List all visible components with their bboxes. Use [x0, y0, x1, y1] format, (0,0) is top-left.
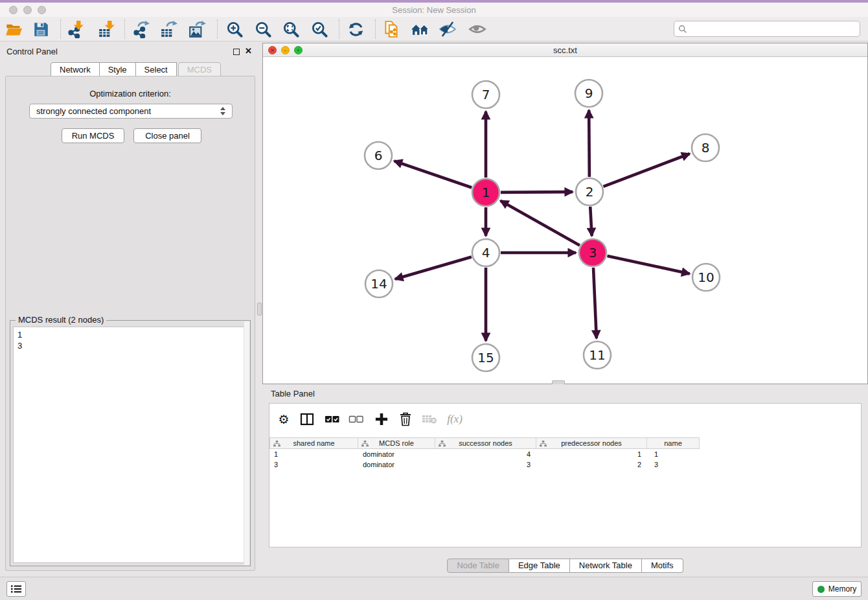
cell-predecessor-nodes[interactable]: 2 [536, 459, 647, 470]
delete-column-button[interactable] [396, 410, 415, 428]
cell-shared-name[interactable]: 3 [269, 459, 358, 470]
show-graphics-details-button[interactable] [437, 18, 459, 40]
window-title: Session: New Session [0, 5, 868, 15]
close-panel-icon[interactable]: ✕ [245, 46, 252, 56]
duplicate-network-button[interactable] [380, 18, 402, 40]
refresh-button[interactable] [345, 18, 367, 40]
control-panel-tabs: Network Style Select MCDS [51, 62, 221, 76]
import-table-icon [98, 20, 116, 38]
graph-node-label-11: 11 [589, 347, 605, 363]
table-row[interactable]: 3 dominator 3 2 3 [269, 459, 861, 470]
toolbar-separator [60, 19, 61, 39]
zoom-fit-button[interactable] [280, 18, 302, 40]
main-toolbar [0, 17, 868, 41]
graph-edge-1-2[interactable] [501, 192, 573, 192]
mcds-result-text[interactable]: 1 3 [13, 327, 247, 563]
network-window-titlebar[interactable]: ✕ − + scc.txt [263, 43, 867, 57]
show-task-history-button[interactable] [6, 581, 26, 597]
graph-edge-3-1[interactable] [501, 201, 580, 246]
save-session-button[interactable] [30, 18, 52, 40]
titlebar: Session: New Session [0, 3, 868, 17]
tab-motifs[interactable]: Motifs [642, 559, 683, 573]
tab-select[interactable]: Select [136, 62, 177, 76]
tab-network-table[interactable]: Network Table [570, 559, 642, 573]
cell-successor-nodes[interactable]: 3 [435, 459, 536, 470]
column-header-mcds-role[interactable]: MCDS role [358, 437, 435, 449]
cell-name[interactable]: 3 [647, 459, 700, 470]
graph-edge-2-9[interactable] [589, 110, 589, 177]
graph-node-label-3: 3 [589, 245, 597, 260]
export-table-button[interactable] [158, 18, 180, 40]
graph-node-label-9: 9 [585, 86, 593, 101]
graph-edge-1-6[interactable] [394, 161, 472, 187]
import-table-button[interactable] [96, 18, 118, 40]
delete-table-icon [422, 413, 437, 425]
graph-node-label-2: 2 [586, 184, 594, 200]
float-panel-icon[interactable] [233, 49, 240, 55]
graph-edge-2-8[interactable] [604, 154, 690, 187]
tab-mcds[interactable]: MCDS [178, 62, 221, 76]
save-icon [32, 21, 49, 38]
show-column-panel-button[interactable] [298, 410, 316, 428]
result-scrollbar[interactable] [244, 321, 249, 565]
graph-edge-4-14[interactable] [395, 257, 472, 279]
column-header-name[interactable]: name [647, 437, 700, 449]
optimization-criterion-select[interactable]: strongly connected component [29, 104, 233, 119]
import-network-icon [67, 20, 85, 38]
table-toolbar: ⚙ [269, 404, 861, 433]
trash-icon [399, 412, 412, 426]
cell-successor-nodes[interactable]: 4 [435, 449, 536, 459]
select-stepper-icon [220, 107, 226, 115]
cell-predecessor-nodes[interactable]: 1 [536, 449, 647, 459]
network-graph[interactable]: 1234678910111415 [263, 57, 867, 384]
export-image-button[interactable] [187, 18, 209, 40]
refresh-icon [347, 21, 365, 38]
column-type-icon [361, 441, 369, 448]
graph-edge-2-3[interactable] [590, 207, 591, 236]
cell-shared-name[interactable]: 1 [269, 449, 358, 459]
table-panel: Table Panel ✕ ⚙ [262, 384, 868, 577]
column-header-shared-name[interactable]: shared name [269, 437, 358, 449]
cell-mcds-role[interactable]: dominator [358, 459, 435, 470]
graph-node-label-15: 15 [477, 350, 494, 365]
column-header-successor-nodes[interactable]: successor nodes [435, 437, 536, 449]
delete-table-button[interactable] [420, 410, 439, 428]
tab-node-table[interactable]: Node Table [447, 559, 509, 573]
table-settings-button[interactable]: ⚙ [275, 410, 293, 428]
graph-edge-3-10[interactable] [607, 256, 689, 274]
zoom-selected-button[interactable] [308, 18, 330, 40]
search-input[interactable] [687, 23, 860, 36]
duplicate-network-icon [382, 20, 400, 38]
close-panel-button[interactable]: Close panel [133, 128, 201, 143]
tab-edge-table[interactable]: Edge Table [509, 559, 570, 573]
tab-network[interactable]: Network [51, 62, 100, 76]
home-button[interactable] [409, 18, 431, 40]
open-session-button[interactable] [3, 18, 25, 40]
open-folder-icon [5, 21, 23, 38]
zoom-in-icon [226, 21, 244, 38]
mcds-pane: Optimization criterion: strongly connect… [5, 76, 255, 571]
network-view-window: ✕ − + scc.txt 1234678910111415 [262, 43, 868, 384]
memory-button[interactable]: Memory [812, 581, 862, 597]
vertical-splitter-handle[interactable] [257, 303, 262, 316]
tab-style[interactable]: Style [100, 62, 136, 76]
zoom-out-button[interactable] [252, 18, 274, 40]
create-column-button[interactable] [372, 410, 391, 428]
table-panel-title: Table Panel [271, 389, 315, 398]
cell-mcds-role[interactable]: dominator [358, 449, 435, 459]
select-all-columns-button[interactable] [323, 410, 341, 428]
export-network-button[interactable] [130, 18, 152, 40]
function-builder-button[interactable]: f(x) [446, 410, 464, 428]
import-network-button[interactable] [65, 18, 87, 40]
column-header-predecessor-nodes[interactable]: predecessor nodes [536, 437, 647, 449]
table-row[interactable]: 1 dominator 4 1 1 [269, 449, 861, 459]
cell-name[interactable]: 1 [647, 449, 700, 459]
graph-edge-3-11[interactable] [593, 268, 597, 338]
memory-status-icon [817, 586, 825, 593]
run-mcds-button[interactable]: Run MCDS [62, 128, 124, 143]
search-field[interactable] [674, 21, 860, 37]
zoom-in-button[interactable] [223, 18, 246, 40]
birdseye-view-button[interactable] [466, 18, 488, 40]
graph-node-label-8: 8 [702, 140, 710, 156]
unselect-all-columns-button[interactable] [347, 410, 365, 428]
